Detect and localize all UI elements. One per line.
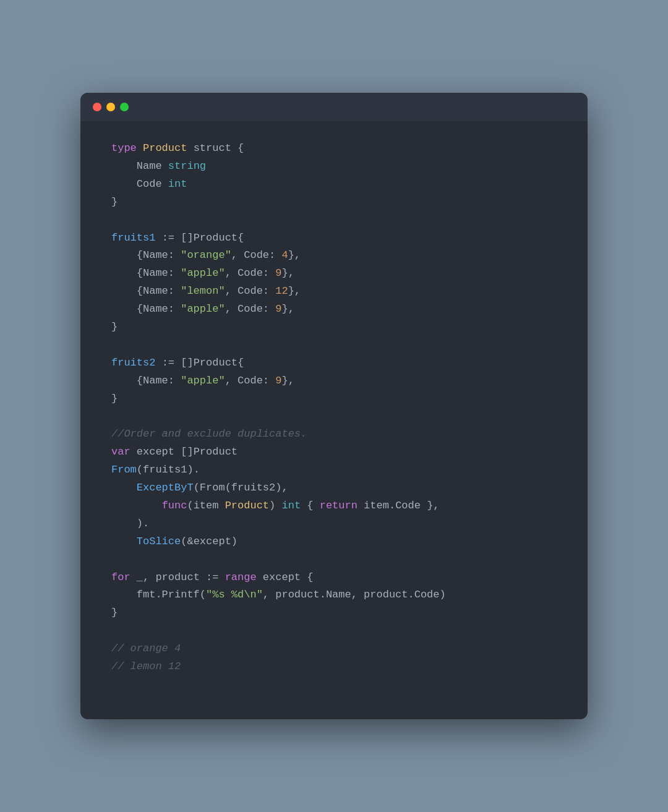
line-fruits1-decl: fruits1 := []Product{: [111, 229, 557, 247]
minimize-dot[interactable]: [106, 103, 115, 111]
line-close-1: }: [111, 194, 557, 212]
line-exceptbyt: ExceptByT(From(fruits2),: [111, 479, 557, 497]
line-close-4: }: [111, 604, 557, 622]
line-fruits1-item2: {Name: "apple", Code: 9},: [111, 265, 557, 283]
line-from-fruits1: From(fruits1).: [111, 461, 557, 479]
titlebar: [80, 93, 588, 121]
line-close-paren: ).: [111, 515, 557, 533]
line-comment-lemon: // lemon 12: [111, 658, 557, 676]
line-fruits1-item3: {Name: "lemon", Code: 12},: [111, 283, 557, 301]
empty-line-4: [111, 551, 557, 569]
line-comment-order: //Order and exclude duplicates.: [111, 425, 557, 443]
close-dot[interactable]: [93, 103, 101, 111]
line-fruits1-item4: {Name: "apple", Code: 9},: [111, 301, 557, 318]
line-code-int: Code int: [111, 176, 557, 194]
code-editor: type Product struct { Name string Code i…: [80, 121, 588, 694]
line-toslice: ToSlice(&except): [111, 533, 557, 551]
line-func-item: func(item Product) int { return item.Cod…: [111, 497, 557, 515]
line-comment-orange: // orange 4: [111, 640, 557, 658]
empty-line-5: [111, 622, 557, 640]
maximize-dot[interactable]: [120, 103, 129, 111]
line-name-string: Name string: [111, 158, 557, 176]
empty-line-3: [111, 408, 557, 426]
line-fruits1-item1: {Name: "orange", Code: 4},: [111, 247, 557, 265]
line-for-loop: for _, product := range except {: [111, 569, 557, 587]
empty-line-1: [111, 212, 557, 229]
line-close-2: }: [111, 318, 557, 336]
line-var-except: var except []Product: [111, 443, 557, 461]
line-type-struct: type Product struct {: [111, 140, 557, 158]
line-fruits2-item1: {Name: "apple", Code: 9},: [111, 372, 557, 390]
empty-line-2: [111, 336, 557, 354]
line-close-3: }: [111, 390, 557, 408]
line-fruits2-decl: fruits2 := []Product{: [111, 354, 557, 372]
code-window: type Product struct { Name string Code i…: [80, 93, 588, 719]
line-fmt-printf: fmt.Printf("%s %d\n", product.Name, prod…: [111, 586, 557, 604]
